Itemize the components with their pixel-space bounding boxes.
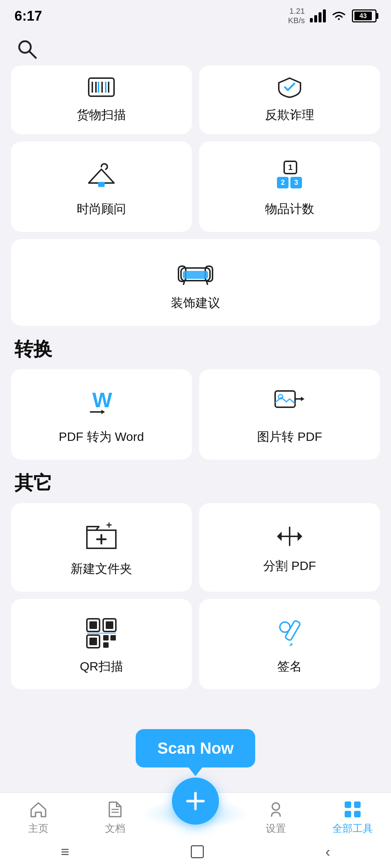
card-icon-qr xyxy=(85,617,118,650)
status-bar: 6:17 1.21 KB/s 43 xyxy=(0,0,391,29)
tools-icon xyxy=(343,800,362,819)
fab-glow xyxy=(141,799,250,828)
search-button[interactable] xyxy=(14,37,40,62)
card-icon-antifraud xyxy=(277,76,302,98)
cards-other1: + 新建文件夹 分割 PDF xyxy=(11,503,380,592)
nav-home-label: 主页 xyxy=(28,822,49,835)
card-label-splitpdf: 分割 PDF xyxy=(263,558,316,574)
status-icons: 1.21 KB/s 43 xyxy=(288,7,377,26)
svg-rect-49 xyxy=(110,635,116,641)
svg-text:+: + xyxy=(106,521,112,531)
nav-doc[interactable]: 文档 xyxy=(93,800,137,835)
menu-button[interactable]: ≡ xyxy=(61,844,69,860)
card-decor[interactable]: 装饰建议 xyxy=(11,239,380,326)
card-splitpdf[interactable]: 分割 PDF xyxy=(199,503,380,592)
section-other: 其它 xyxy=(14,471,380,496)
cards-convert: W PDF 转为 Word 图片转 PDF xyxy=(11,369,380,460)
card-label-newfolder: 新建文件夹 xyxy=(71,561,132,577)
card-icon-img2pdf xyxy=(273,387,306,420)
card-label-fashion: 时尚顾问 xyxy=(77,201,126,217)
card-icon-sign xyxy=(273,617,306,650)
settings-icon xyxy=(266,800,285,819)
nav-tools[interactable]: 全部工具 xyxy=(331,800,374,835)
svg-rect-15 xyxy=(98,182,105,187)
svg-text:1: 1 xyxy=(288,163,293,172)
card-icon-goods xyxy=(87,76,116,98)
svg-rect-30 xyxy=(275,391,295,407)
svg-rect-43 xyxy=(89,621,97,629)
card-fashion[interactable]: 时尚顾问 xyxy=(11,141,192,232)
card-icon-count: 1 2 3 xyxy=(273,159,306,192)
signal-icon xyxy=(310,9,326,22)
svg-marker-41 xyxy=(298,532,302,541)
wifi-icon xyxy=(331,9,347,22)
network-speed: 1.21 KB/s xyxy=(288,7,305,26)
svg-rect-1 xyxy=(314,15,317,22)
card-label-decor: 装饰建议 xyxy=(171,295,220,311)
back-button[interactable]: ‹ xyxy=(325,844,330,860)
svg-marker-53 xyxy=(289,643,293,647)
card-sign[interactable]: 签名 xyxy=(199,599,380,689)
search-icon xyxy=(16,38,38,60)
svg-rect-60 xyxy=(345,801,351,808)
nav-settings[interactable]: 设置 xyxy=(254,800,298,835)
card-label-sign: 签名 xyxy=(277,658,302,675)
card-icon-fashion xyxy=(85,159,118,192)
nav-settings-label: 设置 xyxy=(266,822,286,835)
card-qr[interactable]: QR扫描 xyxy=(11,599,192,689)
card-label-antifraud: 反欺诈理 xyxy=(265,107,314,123)
square-button[interactable] xyxy=(191,845,204,858)
section-convert: 转换 xyxy=(14,337,380,362)
nav-doc-label: 文档 xyxy=(105,822,125,835)
svg-rect-45 xyxy=(106,621,113,629)
doc-icon xyxy=(106,800,125,819)
card-label-count: 物品计数 xyxy=(265,201,314,217)
svg-rect-61 xyxy=(354,801,361,808)
svg-line-14 xyxy=(288,84,294,90)
svg-rect-25 xyxy=(183,271,208,279)
nav-tools-label: 全部工具 xyxy=(332,822,373,835)
status-time: 6:17 xyxy=(14,8,42,24)
top-cards-row: 货物扫描 反欺诈理 xyxy=(11,65,380,134)
main-content: 货物扫描 反欺诈理 xyxy=(0,65,391,689)
fab-container: Scan Now xyxy=(136,729,255,825)
card-newfolder[interactable]: + 新建文件夹 xyxy=(11,503,192,592)
svg-text:3: 3 xyxy=(294,178,298,186)
card-icon-decor xyxy=(176,257,215,286)
svg-marker-33 xyxy=(301,397,304,401)
card-label-qr: QR扫描 xyxy=(80,658,123,675)
card-goods-scan[interactable]: 货物扫描 xyxy=(11,65,192,134)
svg-line-5 xyxy=(29,51,36,58)
card-img2pdf[interactable]: 图片转 PDF xyxy=(199,369,380,460)
svg-point-59 xyxy=(272,803,279,810)
card-label-pdf2word: PDF 转为 Word xyxy=(59,429,144,445)
svg-rect-47 xyxy=(89,638,97,645)
scan-now-tooltip: Scan Now xyxy=(136,729,255,767)
svg-rect-62 xyxy=(345,811,351,817)
search-area[interactable] xyxy=(0,29,391,65)
card-antifraud[interactable]: 反欺诈理 xyxy=(199,65,380,134)
cards-row1: 时尚顾问 1 2 3 物品计数 xyxy=(11,141,380,232)
cards-other2: QR扫描 签名 xyxy=(11,599,380,689)
battery-icon: 43 xyxy=(352,9,377,22)
card-label-goods: 货物扫描 xyxy=(77,107,126,123)
card-label-img2pdf: 图片转 PDF xyxy=(257,429,322,445)
svg-rect-2 xyxy=(319,12,321,22)
cards-row2: 装饰建议 xyxy=(11,239,380,326)
card-icon-pdf2word: W xyxy=(85,387,118,420)
svg-rect-0 xyxy=(310,18,313,22)
svg-text:2: 2 xyxy=(281,178,285,186)
svg-rect-63 xyxy=(354,811,361,817)
home-bar: ≡ ‹ xyxy=(0,839,391,868)
svg-rect-50 xyxy=(103,642,109,648)
card-icon-splitpdf xyxy=(272,524,308,549)
card-icon-newfolder: + xyxy=(85,521,118,552)
card-pdf2word[interactable]: W PDF 转为 Word xyxy=(11,369,192,460)
card-count[interactable]: 1 2 3 物品计数 xyxy=(199,141,380,232)
svg-rect-3 xyxy=(323,9,326,22)
svg-point-54 xyxy=(280,622,290,632)
home-icon xyxy=(29,800,48,819)
svg-rect-48 xyxy=(103,635,109,641)
svg-text:W: W xyxy=(92,388,112,412)
nav-home[interactable]: 主页 xyxy=(17,800,60,835)
